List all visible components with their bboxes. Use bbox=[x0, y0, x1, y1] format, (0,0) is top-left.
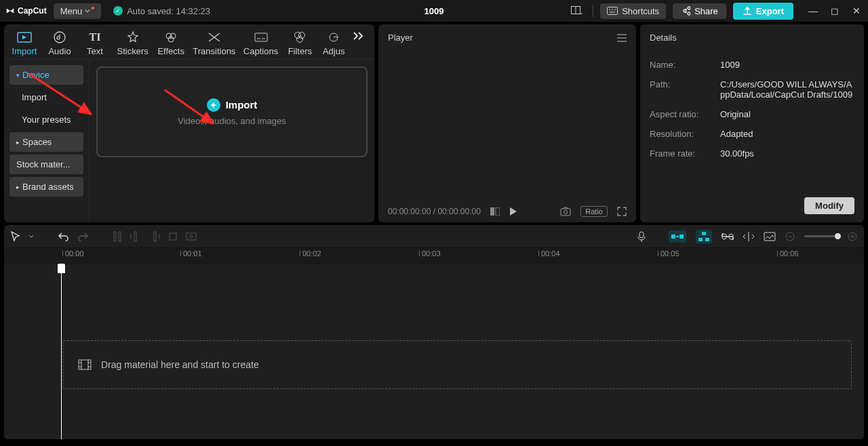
selection-tool-button[interactable] bbox=[11, 231, 20, 242]
selection-tool-dropdown[interactable] bbox=[28, 235, 34, 239]
detail-row: Path:C:/Users/GOOD WILL ALWAYS/AppData/L… bbox=[650, 75, 854, 104]
tab-import[interactable]: Import bbox=[7, 28, 42, 59]
sidebar-item-import[interactable]: Import bbox=[9, 87, 83, 107]
player-compare-button[interactable] bbox=[490, 207, 500, 216]
svg-rect-38 bbox=[676, 236, 679, 237]
menu-button[interactable]: Menu bbox=[54, 3, 102, 19]
svg-rect-31 bbox=[154, 232, 156, 241]
tab-captions[interactable]: Captions bbox=[239, 28, 283, 59]
sidebar-item-device[interactable]: ▾Device bbox=[9, 65, 83, 85]
timeline-ruler[interactable]: 00:00 00:01 00:02 00:03 00:04 00:05 00:0… bbox=[4, 248, 864, 264]
player-ratio-button[interactable]: Ratio bbox=[580, 206, 608, 217]
tab-effects[interactable]: Effects bbox=[153, 28, 189, 59]
undo-button[interactable] bbox=[58, 232, 69, 241]
minus-circle-icon bbox=[785, 232, 795, 241]
sidebar-item-spaces[interactable]: ▸Spaces bbox=[9, 132, 83, 152]
import-title: + Import bbox=[207, 98, 258, 112]
tab-adjustment[interactable]: Adjus bbox=[317, 28, 350, 59]
freeze-button[interactable] bbox=[186, 232, 197, 241]
sidebar-item-presets[interactable]: Your presets bbox=[9, 110, 83, 129]
ruler-tick: 00:04 bbox=[538, 249, 560, 258]
layout-button[interactable] bbox=[568, 3, 586, 18]
filters-icon bbox=[294, 31, 306, 43]
magnet-track-button[interactable] bbox=[696, 230, 712, 243]
player-viewport[interactable] bbox=[378, 51, 636, 201]
ruler-tick: 00:05 bbox=[658, 249, 679, 258]
svg-rect-32 bbox=[170, 233, 176, 240]
project-title: 1009 bbox=[425, 6, 444, 16]
player-time: 00:00:00:00 / 00:00:00:00 bbox=[388, 207, 481, 216]
window-maximize-button[interactable]: ◻ bbox=[829, 5, 841, 16]
player-controls: 00:00:00:00 / 00:00:00:00 Ratio bbox=[378, 201, 636, 222]
player-play-button[interactable] bbox=[509, 207, 517, 216]
cover-button[interactable] bbox=[764, 232, 776, 241]
layout-icon bbox=[571, 6, 583, 16]
tab-audio[interactable]: Audio bbox=[42, 28, 77, 59]
link-icon bbox=[722, 233, 734, 240]
tabs-overflow-button[interactable] bbox=[350, 28, 368, 43]
adjustment-icon bbox=[328, 31, 339, 43]
export-icon bbox=[743, 6, 752, 16]
timeline-drag-hint: Drag material here and start to create bbox=[101, 359, 259, 370]
divider bbox=[593, 5, 593, 17]
detail-row: Name:1009 bbox=[650, 55, 854, 75]
svg-rect-24 bbox=[490, 207, 494, 216]
sidebar-item-brand[interactable]: ▸Brand assets bbox=[9, 177, 83, 197]
player-snapshot-button[interactable] bbox=[560, 207, 571, 216]
window-minimize-button[interactable]: — bbox=[807, 5, 819, 16]
check-icon: ✓ bbox=[113, 6, 123, 16]
player-title: Player bbox=[388, 33, 413, 43]
slider-thumb[interactable] bbox=[835, 233, 841, 239]
svg-rect-25 bbox=[496, 207, 500, 216]
tab-stickers[interactable]: Stickers bbox=[113, 28, 153, 59]
crop-button[interactable] bbox=[168, 232, 178, 241]
svg-rect-39 bbox=[702, 232, 706, 235]
player-menu-button[interactable] bbox=[617, 34, 627, 42]
capcut-logo-icon bbox=[5, 6, 15, 16]
link-button[interactable] bbox=[722, 233, 734, 240]
playhead-handle[interactable] bbox=[58, 264, 65, 273]
delete-left-button[interactable] bbox=[130, 231, 141, 242]
timeline-dropzone[interactable]: Drag material here and start to create bbox=[62, 340, 852, 389]
autosave-status: ✓ Auto saved: 14:32:23 bbox=[113, 6, 210, 16]
import-dropzone[interactable]: + Import Videos, audios, and images bbox=[96, 66, 368, 157]
magnet-main-button[interactable] bbox=[669, 230, 686, 243]
ruler-tick: 00:00 bbox=[62, 249, 84, 258]
timeline-tracks[interactable]: Drag material here and start to create bbox=[4, 264, 864, 439]
zoom-slider[interactable] bbox=[804, 235, 838, 237]
app-logo: CapCut bbox=[5, 6, 47, 16]
svg-rect-37 bbox=[679, 235, 684, 239]
tab-text[interactable]: TI Text bbox=[77, 28, 113, 59]
keyboard-icon bbox=[607, 7, 618, 15]
plus-circle-icon bbox=[848, 232, 857, 241]
ruler-tick: 00:02 bbox=[300, 249, 321, 258]
preview-align-button[interactable] bbox=[743, 232, 754, 241]
player-panel: Player 00:00:00:00 / 00:00:00:00 Ratio bbox=[378, 24, 636, 222]
svg-rect-12 bbox=[255, 33, 267, 41]
tab-transitions[interactable]: Transitions bbox=[189, 28, 239, 59]
svg-rect-26 bbox=[561, 209, 570, 216]
shortcuts-button[interactable]: Shortcuts bbox=[600, 3, 666, 19]
export-button[interactable]: Export bbox=[733, 3, 793, 20]
window-close-button[interactable]: ✕ bbox=[850, 5, 863, 16]
sidebar-item-stock[interactable]: Stock mater... bbox=[9, 155, 83, 174]
modify-button[interactable]: Modify bbox=[804, 197, 854, 214]
stickers-icon bbox=[127, 31, 139, 43]
record-audio-button[interactable] bbox=[637, 231, 646, 242]
zoom-in-button[interactable] bbox=[848, 232, 857, 241]
zoom-out-button[interactable] bbox=[785, 232, 795, 241]
split-button[interactable] bbox=[113, 231, 122, 242]
share-button[interactable]: Share bbox=[673, 3, 726, 19]
details-title: Details bbox=[640, 24, 864, 51]
svg-rect-28 bbox=[114, 232, 116, 241]
tab-filters[interactable]: Filters bbox=[282, 28, 317, 59]
player-fullscreen-button[interactable] bbox=[617, 207, 627, 216]
svg-rect-52 bbox=[79, 360, 91, 369]
captions-icon bbox=[254, 31, 268, 43]
svg-point-27 bbox=[564, 211, 568, 214]
delete-right-button[interactable] bbox=[149, 231, 160, 242]
titlebar: CapCut Menu ✓ Auto saved: 14:32:23 1009 … bbox=[0, 0, 868, 22]
playhead[interactable] bbox=[61, 264, 62, 439]
notification-dot-icon bbox=[92, 7, 94, 9]
redo-button[interactable] bbox=[77, 232, 88, 241]
